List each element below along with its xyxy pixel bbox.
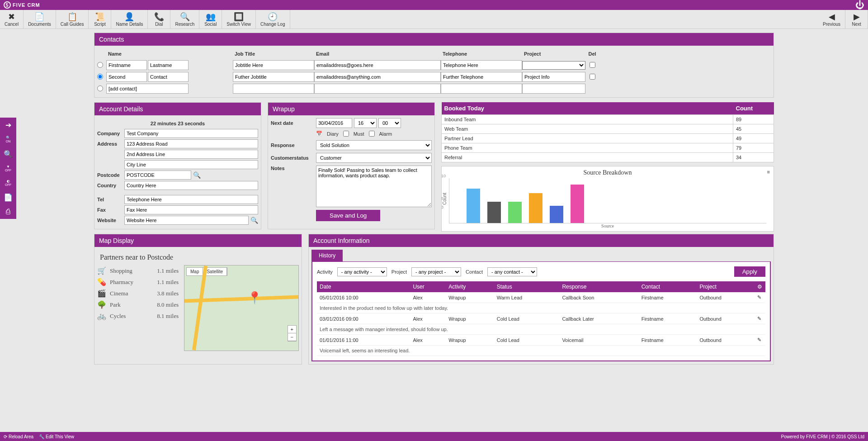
ytick: 5 — [441, 196, 443, 201]
zoom-in-button[interactable]: + — [288, 326, 296, 333]
firstname-input[interactable] — [106, 72, 147, 82]
partner-icon: 💊 — [97, 278, 106, 286]
lastname-input[interactable] — [148, 60, 189, 70]
apply-button[interactable]: Apply — [734, 266, 765, 277]
sidebar-search-on-icon[interactable]: 🔍ON — [0, 132, 16, 147]
tab-history[interactable]: History — [311, 250, 343, 261]
website-input[interactable] — [124, 216, 249, 225]
sidebar-toggle-off-icon[interactable]: ◐OFF — [0, 175, 16, 190]
email-input[interactable] — [314, 72, 441, 82]
must-checkbox[interactable] — [343, 131, 349, 137]
notes-textarea[interactable]: Finally Sold! Passing to Sales team to c… — [316, 166, 432, 207]
table-row: Inbound Team89 — [442, 115, 774, 124]
company-input[interactable] — [124, 129, 258, 138]
edit-row-icon[interactable]: ✎ — [757, 316, 761, 321]
sidebar-search-icon[interactable]: 🔍 — [0, 147, 16, 161]
add-project-input[interactable] — [522, 84, 585, 94]
toolbar-name-details-button[interactable]: 👤Name Details — [111, 10, 148, 28]
zoom-out-button[interactable]: − — [288, 333, 296, 341]
alarm-checkbox[interactable] — [369, 131, 375, 137]
delete-checkbox[interactable] — [590, 62, 595, 68]
chart-menu-icon[interactable]: ≡ — [767, 169, 770, 175]
partner-icon: 🚲 — [97, 312, 106, 320]
jobtitle-input[interactable] — [233, 72, 314, 82]
save-log-button[interactable]: Save and Log — [316, 210, 380, 221]
map-btn[interactable]: Map — [187, 268, 203, 275]
address2-input[interactable] — [124, 150, 258, 159]
add-contact-input[interactable] — [106, 84, 189, 94]
toolbar-call-guides-button[interactable]: 📋Call Guides — [56, 10, 89, 28]
add-contact-radio[interactable] — [97, 85, 103, 91]
partner-icon: 🌳 — [97, 300, 106, 309]
country-input[interactable] — [124, 181, 258, 190]
toolbar: ✖Cancel📄Documents📋Call Guides📜Script👤Nam… — [0, 10, 868, 29]
hour-select[interactable]: 16 — [354, 118, 377, 128]
chart-bar — [508, 202, 522, 223]
contact-filter[interactable]: - any contact - — [487, 267, 537, 276]
edit-row-icon[interactable]: ✎ — [757, 337, 761, 342]
settings-icon[interactable]: ⚙ — [757, 284, 762, 290]
add-job-input[interactable] — [233, 84, 314, 94]
power-icon[interactable]: ⏻ — [855, 0, 864, 10]
postcode-search-icon[interactable]: 🔍 — [193, 171, 201, 179]
dial-icon: 📞 — [154, 12, 164, 22]
sidebar-search2-icon[interactable]: ⎙ — [0, 204, 16, 219]
address-label: Address — [97, 141, 124, 147]
jobtitle-input[interactable] — [233, 60, 314, 70]
toolbar-change-log-button[interactable]: 🕘Change Log — [256, 10, 290, 28]
contacts-title: Contacts — [94, 33, 774, 46]
email-input[interactable] — [314, 60, 441, 70]
previous-button[interactable]: ◀ Previous — [818, 10, 845, 28]
toolbar-documents-button[interactable]: 📄Documents — [24, 10, 56, 28]
toolbar-script-button[interactable]: 📜Script — [89, 10, 111, 28]
tel-label: Tel — [97, 197, 124, 202]
calendar-icon[interactable]: 📅 — [316, 131, 322, 137]
documents-icon: 📄 — [34, 12, 44, 22]
toolbar-cancel-button[interactable]: ✖Cancel — [0, 10, 24, 28]
ytick: 3 — [441, 205, 443, 209]
toolbar-research-button[interactable]: 🔍Research — [170, 10, 199, 28]
sidebar-doc-icon[interactable]: 📄 — [0, 190, 16, 204]
edit-row-icon[interactable]: ✎ — [757, 294, 761, 300]
social-icon: 👥 — [206, 12, 216, 22]
history-row: 01/01/2016 11:00AlexWrapupCold LeadVoice… — [317, 335, 765, 346]
website-search-icon[interactable]: 🔍 — [250, 217, 258, 224]
delete-checkbox[interactable] — [590, 74, 595, 80]
toolbar-dial-button[interactable]: 📞Dial — [148, 10, 170, 28]
activity-filter[interactable]: - any activity - — [337, 267, 387, 276]
history-header: Project — [697, 281, 755, 292]
address1-input[interactable] — [124, 139, 258, 148]
fax-input[interactable] — [124, 205, 258, 214]
partner-icon: 🎬 — [97, 289, 106, 298]
add-email-input[interactable] — [314, 84, 441, 94]
project-select[interactable] — [522, 61, 585, 70]
telephone-input[interactable] — [441, 72, 522, 82]
booked-header-team: Booked Today — [442, 102, 733, 115]
address3-input[interactable] — [124, 160, 258, 169]
account-details-panel: Account Details 22 minutes 23 seconds Co… — [94, 102, 261, 229]
contact-radio[interactable] — [97, 62, 103, 68]
status-select[interactable]: Customer — [316, 153, 432, 163]
add-tel-input[interactable] — [441, 84, 522, 94]
call-timer: 22 minutes 23 seconds — [97, 118, 258, 129]
nextdate-input[interactable] — [316, 118, 352, 128]
min-select[interactable]: 00 — [378, 118, 401, 128]
next-button[interactable]: ▶ Next — [845, 10, 868, 28]
sidebar-forward-icon[interactable]: ➔ — [0, 118, 16, 132]
contact-radio[interactable] — [97, 74, 103, 80]
contacts-header-project: Project — [522, 50, 585, 57]
project-input[interactable] — [522, 72, 585, 82]
toolbar-switch-view-button[interactable]: 🔲Switch View — [222, 10, 256, 28]
postcode-input[interactable] — [124, 171, 191, 180]
toolbar-social-button[interactable]: 👥Social — [199, 10, 222, 28]
map-pin-icon: 📍 — [247, 291, 262, 305]
map-canvas[interactable]: Map Satellite 📍 + − — [184, 265, 299, 351]
telephone-input[interactable] — [441, 60, 522, 70]
sidebar-filter-off-icon[interactable]: ▼OFF — [0, 161, 16, 175]
table-row: Referral34 — [442, 153, 774, 162]
tel-input[interactable] — [124, 195, 258, 204]
firstname-input[interactable] — [106, 60, 147, 70]
lastname-input[interactable] — [148, 72, 189, 82]
project-filter[interactable]: - any project - — [411, 267, 461, 276]
response-select[interactable]: Sold Solution — [316, 140, 432, 150]
